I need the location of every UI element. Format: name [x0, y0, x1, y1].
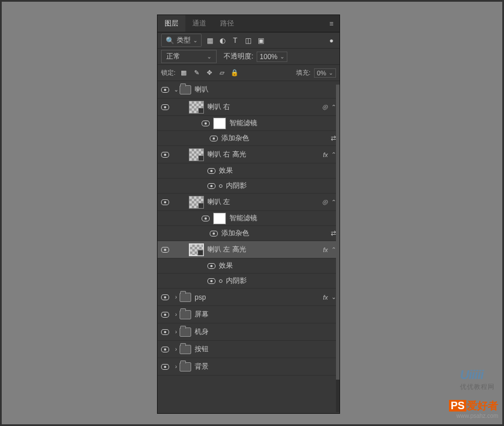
effect-bullet-icon [219, 184, 222, 188]
filter-shape-icon[interactable]: ◫ [243, 36, 253, 45]
layer-speaker-right-highlight[interactable]: 喇叭 右 高光 fx⌃ [158, 146, 339, 163]
visibility-toggle[interactable] [161, 87, 169, 93]
layer-name: 屏幕 [195, 310, 336, 319]
filter-add-noise-row-2[interactable]: 添加杂色 ⇄ [158, 226, 339, 241]
filter-text-icon[interactable]: T [231, 36, 240, 45]
layer-group-speaker[interactable]: ⌄ 喇叭 [158, 81, 339, 99]
layer-thumbnail[interactable] [189, 148, 204, 161]
fx-badge[interactable]: fx [323, 151, 328, 158]
visibility-toggle[interactable] [161, 312, 169, 318]
visibility-toggle[interactable] [202, 121, 210, 126]
lock-artboard-icon[interactable]: ▱ [217, 68, 227, 78]
layer-name: psp [195, 293, 323, 301]
layer-group-buttons[interactable]: › 按钮 [158, 341, 339, 358]
layer-name: 喇叭 左 高光 [207, 245, 323, 254]
smart-filter-icon[interactable]: ◎ [322, 198, 328, 206]
visibility-toggle[interactable] [207, 183, 216, 189]
scrollbar-thumb[interactable] [336, 85, 339, 380]
layer-name: 按钮 [195, 344, 336, 354]
disclosure-icon[interactable]: › [173, 311, 180, 318]
lock-all-icon[interactable]: 🔒 [230, 68, 239, 78]
layer-group-screen[interactable]: › 屏幕 [158, 306, 339, 323]
disclosure-icon[interactable]: › [173, 346, 180, 352]
layer-speaker-left-highlight[interactable]: 喇叭 左 高光 fx⌃ [158, 241, 339, 258]
collapse-icon[interactable]: ⌃ [331, 246, 336, 253]
watermark-sub: 优优教程网 [460, 383, 495, 391]
collapse-icon[interactable]: ⌃ [331, 151, 336, 158]
layer-name: 喇叭 右 [207, 102, 322, 112]
visibility-toggle[interactable] [161, 104, 169, 110]
layer-filter-type[interactable]: 🔍 类型 ⌄ [161, 34, 202, 47]
fx-badge[interactable]: fx [323, 294, 328, 301]
visibility-toggle[interactable] [161, 199, 169, 205]
disclosure-icon[interactable]: › [173, 294, 180, 300]
visibility-toggle[interactable] [161, 364, 169, 370]
disclosure-icon[interactable]: ⌄ [173, 86, 180, 93]
smart-filters-row[interactable]: 智能滤镜 [158, 116, 339, 131]
tab-channels[interactable]: 通道 [185, 15, 213, 32]
visibility-toggle[interactable] [161, 347, 169, 352]
effects-row[interactable]: 效果 [158, 163, 339, 179]
tab-layers[interactable]: 图层 [158, 15, 185, 32]
layer-group-psp[interactable]: › psp fx⌄ [158, 289, 339, 306]
lock-transparency-icon[interactable]: ▩ [179, 68, 188, 78]
layer-speaker-right[interactable]: 喇叭 右 ◎⌃ [158, 99, 339, 116]
visibility-toggle[interactable] [207, 263, 216, 269]
effects-row-2[interactable]: 效果 [158, 258, 339, 274]
scrollbar[interactable] [336, 85, 339, 412]
tab-paths[interactable]: 路径 [213, 15, 241, 32]
fx-badge[interactable]: fx [323, 246, 328, 253]
folder-icon [180, 85, 191, 94]
visibility-toggle[interactable] [202, 216, 210, 221]
fill-input[interactable]: 0% ⌄ [314, 68, 336, 78]
visibility-toggle[interactable] [161, 152, 169, 158]
layer-speaker-left[interactable]: 喇叭 左 ◎⌃ [158, 194, 339, 211]
collapse-icon[interactable]: ⌃ [331, 104, 336, 110]
blend-mode-select[interactable]: 正常 ⌄ [161, 50, 217, 63]
smart-object-badge [198, 203, 204, 209]
smart-filter-icon[interactable]: ◎ [322, 103, 328, 111]
filter-toggle-icon[interactable]: ● [327, 36, 336, 45]
collapse-icon[interactable]: ⌃ [331, 199, 336, 205]
smart-object-badge [198, 155, 204, 161]
filter-pixel-icon[interactable]: ▦ [205, 36, 214, 45]
visibility-toggle[interactable] [161, 247, 169, 253]
effect-inner-shadow-row-2[interactable]: 内阴影 [158, 274, 339, 289]
layer-group-body[interactable]: › 机身 [158, 323, 339, 341]
effect-inner-shadow-row[interactable]: 内阴影 [158, 179, 339, 194]
visibility-toggle[interactable] [207, 168, 216, 174]
filter-mask-thumbnail[interactable] [213, 213, 226, 224]
filter-smart-icon[interactable]: ▣ [256, 36, 265, 45]
opacity-label: 不透明度: [224, 52, 253, 61]
visibility-toggle[interactable] [210, 136, 218, 141]
layer-thumbnail[interactable] [189, 101, 204, 114]
visibility-toggle[interactable] [210, 231, 218, 236]
effects-label: 效果 [219, 166, 233, 176]
layer-group-background[interactable]: › 背景 [158, 358, 339, 376]
visibility-toggle[interactable] [207, 278, 216, 284]
folder-icon [180, 362, 191, 372]
lock-position-icon[interactable]: ✥ [204, 68, 214, 78]
folder-icon [180, 293, 191, 302]
watermark-main: Uiiiii [460, 367, 483, 382]
disclosure-icon[interactable]: › [173, 329, 180, 335]
lock-brush-icon[interactable]: ✎ [192, 68, 201, 78]
opacity-input[interactable]: 100% ⌄ [257, 52, 287, 62]
chevron-down-icon: ⌄ [328, 70, 333, 76]
filter-blend-icon[interactable]: ⇄ [331, 230, 336, 237]
layer-thumbnail[interactable] [189, 196, 204, 209]
visibility-toggle[interactable] [161, 294, 169, 300]
filter-name: 添加杂色 [221, 228, 249, 238]
panel-menu-icon[interactable]: ≡ [323, 15, 339, 32]
layer-thumbnail[interactable] [189, 243, 204, 256]
filter-adjust-icon[interactable]: ◐ [218, 36, 227, 45]
search-icon: 🔍 [165, 36, 174, 45]
filter-blend-icon[interactable]: ⇄ [331, 134, 336, 142]
smart-filters-row-2[interactable]: 智能滤镜 [158, 211, 339, 226]
disclosure-icon[interactable]: › [173, 363, 180, 370]
expand-icon[interactable]: ⌄ [331, 294, 336, 300]
filter-add-noise-row[interactable]: 添加杂色 ⇄ [158, 131, 339, 146]
filter-label: 类型 [177, 35, 191, 45]
visibility-toggle[interactable] [161, 329, 169, 335]
filter-mask-thumbnail[interactable] [213, 118, 226, 129]
